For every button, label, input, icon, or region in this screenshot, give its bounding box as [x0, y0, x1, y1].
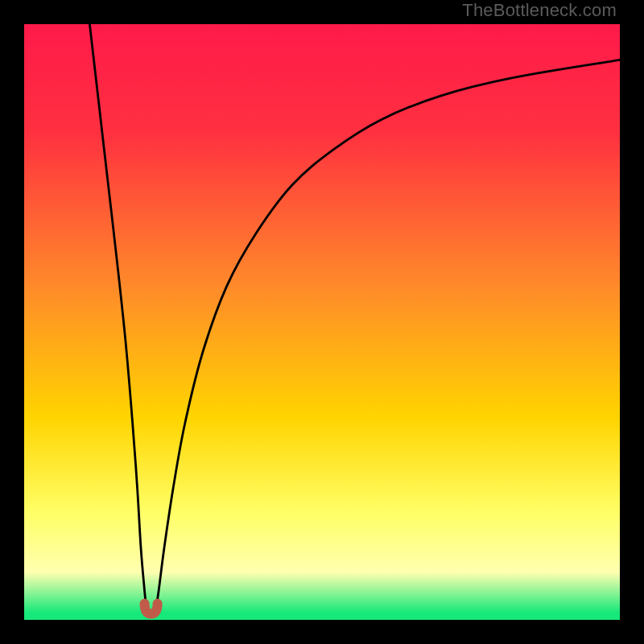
- chart-frame: TheBottleneck.com: [0, 0, 644, 644]
- curve-left-branch: [89, 24, 147, 614]
- curve-layer: [24, 24, 620, 620]
- curve-right-branch: [155, 60, 620, 613]
- plot-area: [24, 24, 620, 620]
- minimum-marker-icon: [145, 604, 158, 614]
- watermark-text: TheBottleneck.com: [462, 0, 617, 21]
